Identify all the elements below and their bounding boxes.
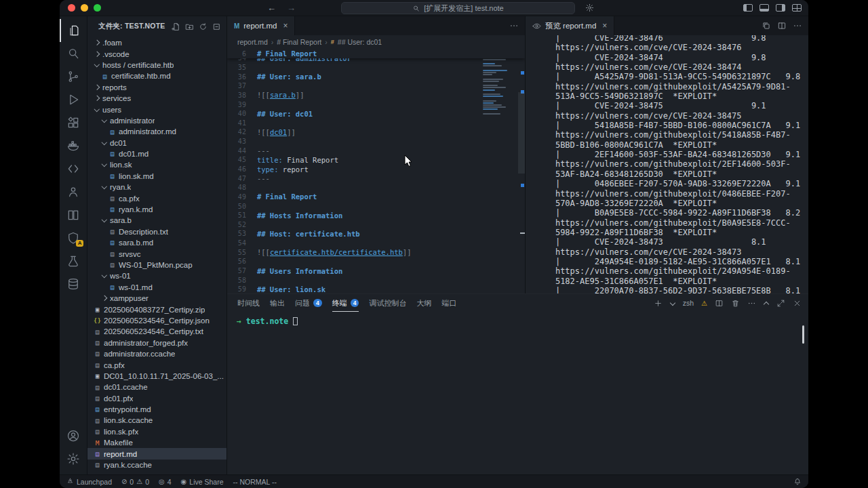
code-line[interactable]: 44--- bbox=[227, 146, 525, 155]
breadcrumb-item[interactable]: report.md bbox=[237, 38, 268, 46]
tree-folder[interactable]: services bbox=[87, 93, 226, 104]
activity-item-docker[interactable] bbox=[60, 134, 87, 157]
panel-tab-5[interactable]: 大纲 bbox=[416, 294, 431, 312]
tree-file[interactable]: ▤entrypoint.md bbox=[87, 404, 226, 415]
tree-file[interactable]: ▣20250604083727_Certipy.zip bbox=[87, 304, 226, 314]
code-line[interactable]: 54 bbox=[227, 239, 525, 248]
tab-report-md[interactable]: M report.md × bbox=[227, 16, 296, 35]
notifications-bell-icon[interactable] bbox=[793, 478, 802, 486]
tree-file[interactable]: ▤administrator.ccache bbox=[87, 348, 226, 359]
code-line[interactable]: 40## User: dc01 bbox=[227, 109, 525, 119]
tree-file[interactable]: ▤dc01.pfx bbox=[87, 393, 226, 404]
activity-item-settings[interactable] bbox=[60, 447, 87, 470]
code-line[interactable]: 42![[dc01]] bbox=[227, 127, 525, 137]
tree-folder[interactable]: ryan.k bbox=[87, 182, 226, 192]
code-line[interactable]: 45title: Final Report bbox=[227, 155, 525, 165]
tree-file[interactable]: ▤lion.sk.ccache bbox=[87, 415, 226, 426]
tree-folder[interactable]: .vscode bbox=[87, 48, 226, 59]
status-count[interactable]: ◎ 4 bbox=[159, 478, 172, 486]
nav-back-icon[interactable]: ← bbox=[267, 3, 276, 12]
toggle-secondary-sidebar-icon[interactable] bbox=[776, 4, 785, 12]
tree-file[interactable]: ▤lion.sk.pfx bbox=[87, 426, 226, 437]
activity-item-database[interactable] bbox=[60, 272, 87, 296]
tree-folder[interactable]: dc01 bbox=[87, 138, 226, 148]
editor-more-actions-icon[interactable] bbox=[793, 21, 802, 30]
tree-file[interactable]: ▤certificate.htb.md bbox=[87, 70, 226, 81]
panel-more-actions-icon[interactable] bbox=[747, 299, 756, 308]
expand-panel-icon[interactable] bbox=[776, 299, 785, 308]
code-editor[interactable]: 6 # Final Report 34## User: administrato… bbox=[227, 49, 525, 293]
tree-file[interactable]: ▤sara.b.md bbox=[87, 237, 226, 248]
tree-file[interactable]: ▤dc01.ccache bbox=[87, 382, 226, 392]
activity-item-account[interactable] bbox=[60, 424, 87, 447]
activity-item-explorer[interactable] bbox=[60, 19, 87, 42]
code-line[interactable]: 52 bbox=[227, 220, 525, 230]
tree-file[interactable]: ▤dc01.md bbox=[87, 148, 226, 159]
activity-item-run-debug[interactable] bbox=[60, 88, 87, 111]
activity-item-extensions[interactable] bbox=[60, 111, 87, 134]
code-line[interactable]: 48 bbox=[227, 183, 525, 192]
terminal-scrollbar[interactable] bbox=[802, 325, 804, 344]
code-line[interactable]: 57## Users Information bbox=[227, 266, 525, 276]
code-line[interactable]: 53## Host: certificate.htb bbox=[227, 229, 525, 239]
tree-file[interactable]: ▣DC01_10.10.11.71_2025-06-03_... bbox=[87, 371, 226, 382]
preview-content[interactable]: | CVE-2024-38476 9.8 https://vulners.com… bbox=[555, 35, 800, 293]
tree-folder[interactable]: sara.b bbox=[87, 215, 226, 226]
breadcrumb-item[interactable]: ## User: dc01 bbox=[338, 38, 382, 46]
tree-folder[interactable]: ws-01 bbox=[87, 270, 226, 281]
activity-item-notebook[interactable] bbox=[60, 203, 87, 226]
new-terminal-icon[interactable] bbox=[654, 299, 663, 308]
close-tab-icon[interactable]: × bbox=[602, 21, 607, 30]
command-center[interactable]: [扩展开发宿主] test.note bbox=[341, 2, 575, 14]
tree-file[interactable]: ▤ryan.k.ccache bbox=[87, 460, 226, 470]
activity-item-testing[interactable] bbox=[60, 249, 87, 272]
code-line[interactable]: 51## Hosts Information bbox=[227, 211, 525, 220]
terminal-profile-dropdown-icon[interactable] bbox=[670, 300, 675, 306]
customize-layout-icon[interactable] bbox=[792, 4, 802, 12]
code-line[interactable]: 50 bbox=[227, 201, 525, 211]
zoom-window-button[interactable] bbox=[94, 4, 101, 12]
minimize-window-button[interactable] bbox=[81, 4, 88, 12]
panel-tab-3[interactable]: 终端4 bbox=[332, 294, 359, 312]
activity-item-certificates[interactable]: A bbox=[60, 226, 87, 249]
editor-scrollbar[interactable] bbox=[518, 92, 525, 174]
tree-file[interactable]: ▤report.md bbox=[87, 448, 226, 459]
tree-file[interactable]: ▤lion.sk.md bbox=[87, 171, 226, 182]
close-panel-icon[interactable] bbox=[793, 299, 802, 308]
tree-folder[interactable]: lion.sk bbox=[87, 159, 226, 170]
tree-folder[interactable]: xamppuser bbox=[87, 293, 226, 304]
code-line[interactable]: 43 bbox=[227, 137, 525, 146]
split-terminal-icon[interactable] bbox=[715, 299, 724, 308]
new-folder-icon[interactable] bbox=[185, 22, 194, 31]
status-live-share[interactable]: ◉ Live Share bbox=[181, 478, 224, 486]
code-line[interactable]: 39 bbox=[227, 100, 525, 109]
activity-item-live-share[interactable] bbox=[60, 180, 87, 203]
copy-icon[interactable] bbox=[762, 21, 771, 30]
settings-gear-icon[interactable] bbox=[585, 3, 594, 12]
preview-pane[interactable]: | CVE-2024-38476 9.8 https://vulners.com… bbox=[526, 35, 808, 293]
code-line[interactable]: 59## User: lion.sk bbox=[227, 285, 525, 293]
tree-folder[interactable]: administrator bbox=[87, 115, 226, 126]
code-line[interactable]: 37 bbox=[227, 81, 525, 91]
status-vim-mode[interactable]: -- NORMAL -- bbox=[233, 478, 277, 486]
tree-file[interactable]: ▤20250605234546_Certipy.txt bbox=[87, 326, 226, 337]
code-line[interactable]: 38![[sara.b]] bbox=[227, 91, 525, 100]
sticky-scroll-line[interactable]: 6 # Final Report bbox=[227, 49, 525, 58]
close-window-button[interactable] bbox=[68, 4, 75, 12]
tree-file[interactable]: ▤administrator_forged.pfx bbox=[87, 338, 226, 348]
panel-tab-6[interactable]: 端口 bbox=[441, 294, 456, 312]
tree-file[interactable]: MMakefile bbox=[87, 437, 226, 448]
tree-file[interactable]: ▤administrator.md bbox=[87, 126, 226, 137]
close-tab-icon[interactable]: × bbox=[283, 21, 288, 30]
activity-item-remote-explorer[interactable] bbox=[60, 157, 87, 180]
tab-preview-report-md[interactable]: 预览 report.md × bbox=[526, 16, 614, 35]
code-line[interactable]: 55![[certificate.htb/certificate.htb]] bbox=[227, 247, 525, 257]
toggle-panel-icon[interactable] bbox=[760, 4, 769, 12]
new-file-icon[interactable] bbox=[172, 22, 180, 31]
panel-tab-4[interactable]: 调试控制台 bbox=[369, 294, 406, 312]
code-line[interactable]: 35 bbox=[227, 63, 525, 73]
code-line[interactable]: 46type: report bbox=[227, 165, 525, 174]
refresh-explorer-icon[interactable] bbox=[199, 22, 208, 31]
minimap[interactable] bbox=[481, 50, 519, 192]
activity-item-source-control[interactable] bbox=[60, 65, 87, 88]
